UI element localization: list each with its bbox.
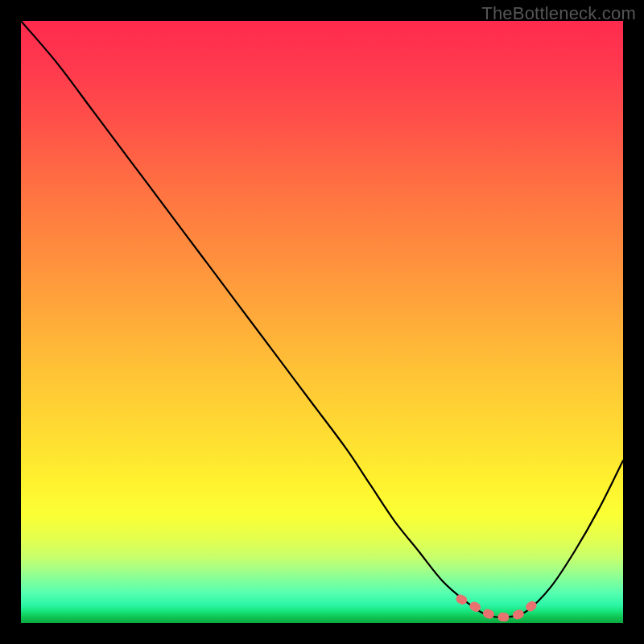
chart-svg [21,21,623,623]
bottleneck-curve [21,21,623,617]
optimal-range-highlight [460,599,539,617]
